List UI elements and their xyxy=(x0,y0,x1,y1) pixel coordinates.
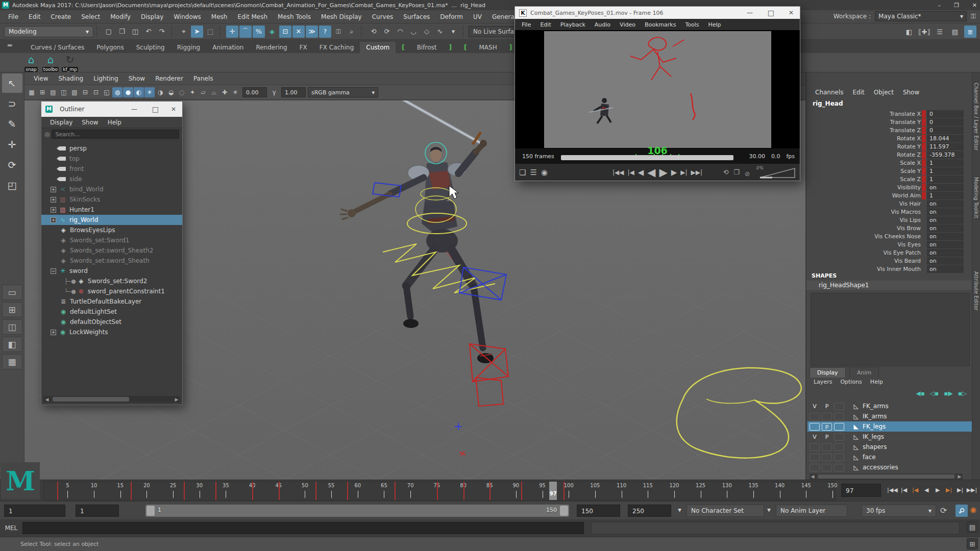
shelf-tab-polygons[interactable]: Polygons xyxy=(90,42,130,53)
workspace-lock-icon[interactable]: ⚿ xyxy=(971,12,976,20)
anim-layer-dropdown[interactable]: No Anim Layer xyxy=(776,505,847,517)
layer-playback-toggle[interactable] xyxy=(822,413,832,420)
tab-anim[interactable]: Anim xyxy=(849,367,879,378)
lasso-tool[interactable]: ⊃ xyxy=(2,94,22,113)
movie-player-window[interactable]: K Combat_Games_KeyPoses_01.mov - Frame 1… xyxy=(514,6,800,181)
menu-item-display[interactable]: Display xyxy=(136,13,168,20)
outliner-item-sword-parentconstraint1[interactable]: └─●⊗sword_parentConstraint1 xyxy=(41,286,182,296)
snap-point-icon[interactable]: % xyxy=(253,26,265,38)
shelf-tab-fx-caching[interactable]: FX Caching xyxy=(313,42,360,53)
layer-editor-scrollbar[interactable]: ◀▶ xyxy=(810,473,963,480)
textured-icon[interactable]: ◐ xyxy=(134,87,144,97)
frame-ruler[interactable]: 5101520253035404550556065707580859095100… xyxy=(43,481,836,500)
next-bookmark-button[interactable]: ▶| xyxy=(680,169,687,176)
channel-value-field[interactable]: 0 xyxy=(927,127,964,134)
field-chart-icon[interactable]: ⊟ xyxy=(80,87,90,97)
xray-icon[interactable]: ⌓ xyxy=(209,87,219,97)
outliner-item-sword[interactable]: −✳sword xyxy=(41,266,182,276)
layer-visibility-toggle[interactable] xyxy=(810,423,820,431)
grid-toggle-icon[interactable]: ⊞ xyxy=(37,87,47,97)
window-minimize-button[interactable]: – xyxy=(938,2,941,9)
tool-settings-icon[interactable]: ☰ xyxy=(934,26,946,38)
outliner-minimize-button[interactable]: — xyxy=(131,102,137,117)
expand-icon[interactable]: + xyxy=(51,187,56,192)
layer-row-ik-arms[interactable]: ◺IK_arms xyxy=(807,411,973,421)
layer-menu-layers[interactable]: Layers xyxy=(810,379,836,385)
scroll-right-icon[interactable]: ▶ xyxy=(173,397,180,402)
outliner-item-browseyeslips[interactable]: ◈BrowsEyesLips xyxy=(41,225,182,235)
menu-item-edit-mesh[interactable]: Edit Mesh xyxy=(232,13,273,20)
expand-icon[interactable]: + xyxy=(51,217,56,223)
make-live-icon[interactable]: ⊡ xyxy=(279,26,291,38)
layer-extra-toggle[interactable] xyxy=(834,403,844,410)
exposure-field[interactable]: 0.00 xyxy=(242,87,267,97)
redo-icon[interactable]: ↷ xyxy=(156,26,168,38)
shelf-tab-rigging[interactable]: Rigging xyxy=(171,42,206,53)
new-scene-icon[interactable]: ▢ xyxy=(103,26,115,38)
expand-icon[interactable]: + xyxy=(51,207,56,213)
channel-value-field[interactable]: 1 xyxy=(927,176,964,183)
step-forward-button[interactable]: ▶ xyxy=(671,168,677,177)
resolution-gate-icon[interactable]: ◫ xyxy=(59,87,69,97)
prev-bookmark-button[interactable]: |◀ xyxy=(628,169,634,176)
play-backward-button[interactable]: ◀ xyxy=(647,166,655,179)
shaded-icon[interactable]: ● xyxy=(123,87,133,97)
command-language-toggle[interactable]: MEL xyxy=(0,524,22,532)
outliner-item-turtledefaultbakelayer[interactable]: ≣TurtleDefaultBakeLayer xyxy=(41,296,182,307)
scroll-right-icon[interactable]: ▶ xyxy=(957,474,963,479)
layer-playback-toggle[interactable]: P xyxy=(822,403,832,410)
layer-extra-toggle[interactable] xyxy=(834,433,844,441)
outliner-item-lockweights[interactable]: +◉LockWeights xyxy=(41,327,182,337)
range-start-handle[interactable] xyxy=(146,506,155,516)
panel-menu-item-view[interactable]: View xyxy=(29,75,53,82)
outliner-toggle-icon[interactable]: ◧ xyxy=(903,26,915,38)
shelf-toolbox-button[interactable]: ⌂toolbo xyxy=(42,54,59,72)
screenspace-ao-icon[interactable]: ◒ xyxy=(166,87,176,97)
player-scrubber[interactable] xyxy=(561,155,733,160)
player-video-area[interactable] xyxy=(515,30,800,148)
output-connections-icon[interactable]: ⟳ xyxy=(381,26,393,38)
scroll-left-icon[interactable]: ◀ xyxy=(810,474,816,479)
safe-title-icon[interactable]: ◱ xyxy=(102,87,112,97)
channel-value-field[interactable]: on xyxy=(927,233,964,240)
layer-menu-options[interactable]: Options xyxy=(836,379,866,385)
film-gate-icon[interactable]: ▤ xyxy=(48,87,58,97)
animation-end-field[interactable]: 250 xyxy=(628,505,671,517)
layer-extra-toggle[interactable] xyxy=(834,413,844,420)
outliner-window[interactable]: M Outliner — □ ✕ DisplayShowHelp ◎ Searc… xyxy=(41,101,183,405)
panel-menu-item-panels[interactable]: Panels xyxy=(188,75,218,82)
channel-row-scale-y[interactable]: Scale Y1 xyxy=(806,167,973,176)
menu-item-uv[interactable]: UV xyxy=(468,13,487,20)
shelf-tab-bifrost[interactable]: Bifrost xyxy=(411,42,443,53)
color-management-dropdown[interactable]: sRGB gamma▾ xyxy=(308,87,378,97)
layout-persp-outliner[interactable]: ◧ xyxy=(2,337,22,352)
channel-row-scale-x[interactable]: Scale X1 xyxy=(806,159,973,167)
character-set-dropdown[interactable]: No Character Set xyxy=(687,505,764,517)
outliner-item-swords-set-sword-sheath2[interactable]: ◈Swords_set:sword_Sheath2 xyxy=(41,245,182,256)
channel-row-translate-y[interactable]: Translate Y0 xyxy=(806,118,973,127)
layer-menu-help[interactable]: Help xyxy=(866,379,887,385)
snap-menu-icon[interactable]: ▦ xyxy=(27,87,37,97)
move-layer-up-icon[interactable]: ◀▪ xyxy=(916,390,925,397)
input-connections-icon[interactable]: ⟲ xyxy=(368,26,380,38)
shelf-snap-button[interactable]: ⌂snap xyxy=(22,54,40,72)
layout-hypershade[interactable]: ▦ xyxy=(2,354,22,369)
menu-item-mesh-tools[interactable]: Mesh Tools xyxy=(273,13,316,20)
outliner-item-front[interactable]: front xyxy=(41,164,182,174)
play-forwards-button[interactable]: ▶ xyxy=(933,483,943,497)
layer-playback-toggle[interactable] xyxy=(822,443,832,451)
step-back-frame-button[interactable]: |◀ xyxy=(911,483,920,497)
outliner-item-side[interactable]: side xyxy=(41,174,182,184)
outliner-item-rig-world[interactable]: +∿rig_World xyxy=(41,215,182,225)
rotate-tool[interactable]: ⟳ xyxy=(2,155,22,174)
stack-icon[interactable]: ❐ xyxy=(733,168,740,176)
mel-command-input[interactable] xyxy=(22,522,584,534)
channel-row-scale-z[interactable]: Scale Z1 xyxy=(806,176,973,184)
outliner-item-top[interactable]: top xyxy=(41,154,182,164)
channel-menu-channels[interactable]: Channels xyxy=(812,89,847,96)
channel-value-field[interactable]: 0 xyxy=(927,110,964,118)
layer-visibility-toggle[interactable]: V xyxy=(810,433,820,441)
outliner-item-swords-set-sword2[interactable]: ├─●◈Swords_set:Sword2 xyxy=(41,276,182,286)
layer-extra-toggle[interactable] xyxy=(834,464,844,471)
channel-value-field[interactable]: on xyxy=(927,200,964,208)
